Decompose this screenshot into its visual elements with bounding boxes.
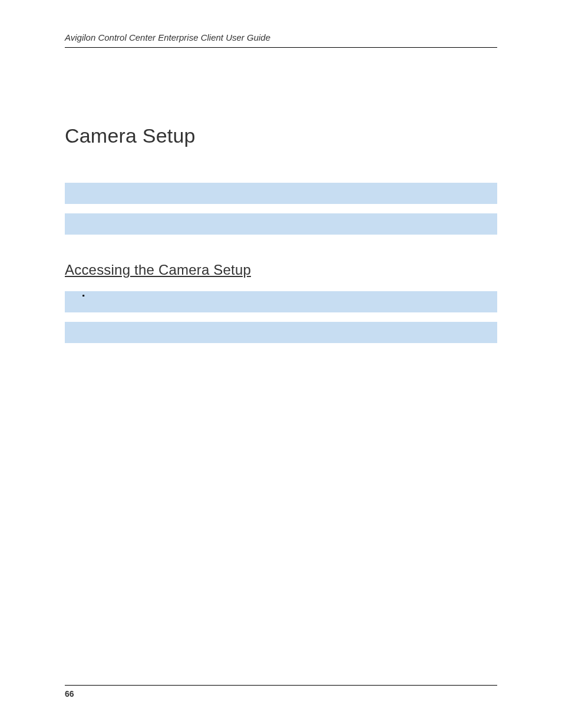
info-box-1 bbox=[65, 183, 497, 204]
section-title: Accessing the Camera Setup bbox=[65, 262, 497, 278]
page-number: 66 bbox=[65, 689, 74, 699]
page-footer: 66 bbox=[65, 685, 497, 699]
info-box-2 bbox=[65, 213, 497, 235]
page-header: Avigilon Control Center Enterprise Clien… bbox=[65, 32, 497, 48]
sub-info-box-1 bbox=[65, 291, 497, 312]
sub-info-box-2 bbox=[65, 322, 497, 343]
page-title: Camera Setup bbox=[65, 124, 497, 147]
